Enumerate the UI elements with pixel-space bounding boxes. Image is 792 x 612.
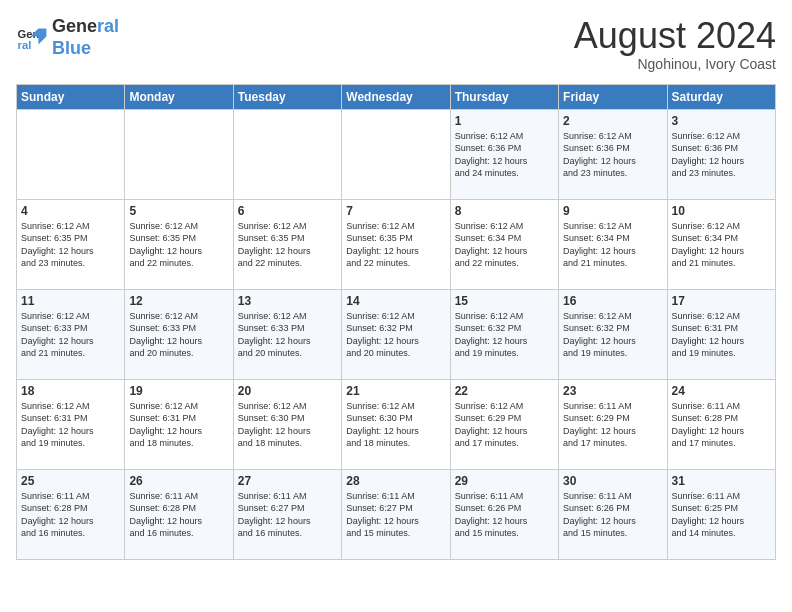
header-saturday: Saturday xyxy=(667,84,775,109)
calendar-cell: 19Sunrise: 6:12 AM Sunset: 6:31 PM Dayli… xyxy=(125,379,233,469)
day-info: Sunrise: 6:11 AM Sunset: 6:27 PM Dayligh… xyxy=(346,490,445,540)
day-info: Sunrise: 6:12 AM Sunset: 6:36 PM Dayligh… xyxy=(563,130,662,180)
day-number: 4 xyxy=(21,204,120,218)
day-info: Sunrise: 6:11 AM Sunset: 6:25 PM Dayligh… xyxy=(672,490,771,540)
day-number: 26 xyxy=(129,474,228,488)
calendar-cell: 27Sunrise: 6:11 AM Sunset: 6:27 PM Dayli… xyxy=(233,469,341,559)
day-number: 20 xyxy=(238,384,337,398)
day-info: Sunrise: 6:12 AM Sunset: 6:34 PM Dayligh… xyxy=(455,220,554,270)
calendar-subtitle: Ngohinou, Ivory Coast xyxy=(574,56,776,72)
header-sunday: Sunday xyxy=(17,84,125,109)
logo: Gene ral General Blue xyxy=(16,16,119,59)
day-info: Sunrise: 6:11 AM Sunset: 6:28 PM Dayligh… xyxy=(672,400,771,450)
day-number: 10 xyxy=(672,204,771,218)
day-info: Sunrise: 6:12 AM Sunset: 6:32 PM Dayligh… xyxy=(346,310,445,360)
calendar-cell: 18Sunrise: 6:12 AM Sunset: 6:31 PM Dayli… xyxy=(17,379,125,469)
day-number: 16 xyxy=(563,294,662,308)
day-info: Sunrise: 6:12 AM Sunset: 6:32 PM Dayligh… xyxy=(455,310,554,360)
day-info: Sunrise: 6:12 AM Sunset: 6:35 PM Dayligh… xyxy=(21,220,120,270)
day-number: 3 xyxy=(672,114,771,128)
day-number: 23 xyxy=(563,384,662,398)
calendar-cell: 9Sunrise: 6:12 AM Sunset: 6:34 PM Daylig… xyxy=(559,199,667,289)
week-row-4: 25Sunrise: 6:11 AM Sunset: 6:28 PM Dayli… xyxy=(17,469,776,559)
calendar-cell: 2Sunrise: 6:12 AM Sunset: 6:36 PM Daylig… xyxy=(559,109,667,199)
day-number: 8 xyxy=(455,204,554,218)
calendar-cell: 13Sunrise: 6:12 AM Sunset: 6:33 PM Dayli… xyxy=(233,289,341,379)
day-info: Sunrise: 6:12 AM Sunset: 6:35 PM Dayligh… xyxy=(238,220,337,270)
calendar-cell xyxy=(342,109,450,199)
calendar-cell: 5Sunrise: 6:12 AM Sunset: 6:35 PM Daylig… xyxy=(125,199,233,289)
calendar-cell: 14Sunrise: 6:12 AM Sunset: 6:32 PM Dayli… xyxy=(342,289,450,379)
day-number: 30 xyxy=(563,474,662,488)
calendar-cell: 24Sunrise: 6:11 AM Sunset: 6:28 PM Dayli… xyxy=(667,379,775,469)
page-header: Gene ral General Blue August 2024 Ngohin… xyxy=(16,16,776,72)
day-info: Sunrise: 6:12 AM Sunset: 6:32 PM Dayligh… xyxy=(563,310,662,360)
calendar-cell: 29Sunrise: 6:11 AM Sunset: 6:26 PM Dayli… xyxy=(450,469,558,559)
day-number: 7 xyxy=(346,204,445,218)
svg-text:ral: ral xyxy=(18,39,32,51)
calendar-cell: 31Sunrise: 6:11 AM Sunset: 6:25 PM Dayli… xyxy=(667,469,775,559)
title-block: August 2024 Ngohinou, Ivory Coast xyxy=(574,16,776,72)
calendar-cell xyxy=(17,109,125,199)
calendar-cell: 16Sunrise: 6:12 AM Sunset: 6:32 PM Dayli… xyxy=(559,289,667,379)
day-info: Sunrise: 6:12 AM Sunset: 6:34 PM Dayligh… xyxy=(672,220,771,270)
header-monday: Monday xyxy=(125,84,233,109)
calendar-cell: 17Sunrise: 6:12 AM Sunset: 6:31 PM Dayli… xyxy=(667,289,775,379)
week-row-0: 1Sunrise: 6:12 AM Sunset: 6:36 PM Daylig… xyxy=(17,109,776,199)
day-number: 29 xyxy=(455,474,554,488)
day-number: 24 xyxy=(672,384,771,398)
day-number: 6 xyxy=(238,204,337,218)
day-info: Sunrise: 6:12 AM Sunset: 6:36 PM Dayligh… xyxy=(672,130,771,180)
day-info: Sunrise: 6:12 AM Sunset: 6:34 PM Dayligh… xyxy=(563,220,662,270)
day-number: 9 xyxy=(563,204,662,218)
day-number: 14 xyxy=(346,294,445,308)
calendar-cell: 1Sunrise: 6:12 AM Sunset: 6:36 PM Daylig… xyxy=(450,109,558,199)
day-info: Sunrise: 6:12 AM Sunset: 6:33 PM Dayligh… xyxy=(238,310,337,360)
logo-icon: Gene ral xyxy=(16,22,48,54)
calendar-cell: 23Sunrise: 6:11 AM Sunset: 6:29 PM Dayli… xyxy=(559,379,667,469)
day-number: 28 xyxy=(346,474,445,488)
calendar-cell: 28Sunrise: 6:11 AM Sunset: 6:27 PM Dayli… xyxy=(342,469,450,559)
calendar-cell xyxy=(125,109,233,199)
calendar-title: August 2024 xyxy=(574,16,776,56)
logo-text: General Blue xyxy=(52,16,119,59)
day-number: 22 xyxy=(455,384,554,398)
day-info: Sunrise: 6:12 AM Sunset: 6:30 PM Dayligh… xyxy=(346,400,445,450)
calendar-cell: 21Sunrise: 6:12 AM Sunset: 6:30 PM Dayli… xyxy=(342,379,450,469)
header-wednesday: Wednesday xyxy=(342,84,450,109)
calendar-cell: 12Sunrise: 6:12 AM Sunset: 6:33 PM Dayli… xyxy=(125,289,233,379)
calendar-table: SundayMondayTuesdayWednesdayThursdayFrid… xyxy=(16,84,776,560)
calendar-cell: 6Sunrise: 6:12 AM Sunset: 6:35 PM Daylig… xyxy=(233,199,341,289)
calendar-cell: 7Sunrise: 6:12 AM Sunset: 6:35 PM Daylig… xyxy=(342,199,450,289)
day-number: 2 xyxy=(563,114,662,128)
week-row-1: 4Sunrise: 6:12 AM Sunset: 6:35 PM Daylig… xyxy=(17,199,776,289)
day-info: Sunrise: 6:12 AM Sunset: 6:29 PM Dayligh… xyxy=(455,400,554,450)
day-info: Sunrise: 6:12 AM Sunset: 6:30 PM Dayligh… xyxy=(238,400,337,450)
day-number: 19 xyxy=(129,384,228,398)
header-thursday: Thursday xyxy=(450,84,558,109)
calendar-header-row: SundayMondayTuesdayWednesdayThursdayFrid… xyxy=(17,84,776,109)
day-number: 13 xyxy=(238,294,337,308)
calendar-cell: 15Sunrise: 6:12 AM Sunset: 6:32 PM Dayli… xyxy=(450,289,558,379)
header-friday: Friday xyxy=(559,84,667,109)
week-row-2: 11Sunrise: 6:12 AM Sunset: 6:33 PM Dayli… xyxy=(17,289,776,379)
day-info: Sunrise: 6:11 AM Sunset: 6:28 PM Dayligh… xyxy=(129,490,228,540)
day-info: Sunrise: 6:12 AM Sunset: 6:31 PM Dayligh… xyxy=(129,400,228,450)
calendar-cell: 8Sunrise: 6:12 AM Sunset: 6:34 PM Daylig… xyxy=(450,199,558,289)
day-info: Sunrise: 6:12 AM Sunset: 6:33 PM Dayligh… xyxy=(21,310,120,360)
day-number: 21 xyxy=(346,384,445,398)
day-number: 11 xyxy=(21,294,120,308)
calendar-cell: 4Sunrise: 6:12 AM Sunset: 6:35 PM Daylig… xyxy=(17,199,125,289)
day-info: Sunrise: 6:12 AM Sunset: 6:35 PM Dayligh… xyxy=(129,220,228,270)
day-number: 15 xyxy=(455,294,554,308)
day-info: Sunrise: 6:12 AM Sunset: 6:33 PM Dayligh… xyxy=(129,310,228,360)
calendar-cell: 10Sunrise: 6:12 AM Sunset: 6:34 PM Dayli… xyxy=(667,199,775,289)
day-number: 25 xyxy=(21,474,120,488)
day-number: 27 xyxy=(238,474,337,488)
day-info: Sunrise: 6:12 AM Sunset: 6:35 PM Dayligh… xyxy=(346,220,445,270)
calendar-cell: 20Sunrise: 6:12 AM Sunset: 6:30 PM Dayli… xyxy=(233,379,341,469)
header-tuesday: Tuesday xyxy=(233,84,341,109)
calendar-cell: 11Sunrise: 6:12 AM Sunset: 6:33 PM Dayli… xyxy=(17,289,125,379)
calendar-cell: 22Sunrise: 6:12 AM Sunset: 6:29 PM Dayli… xyxy=(450,379,558,469)
day-info: Sunrise: 6:12 AM Sunset: 6:31 PM Dayligh… xyxy=(672,310,771,360)
